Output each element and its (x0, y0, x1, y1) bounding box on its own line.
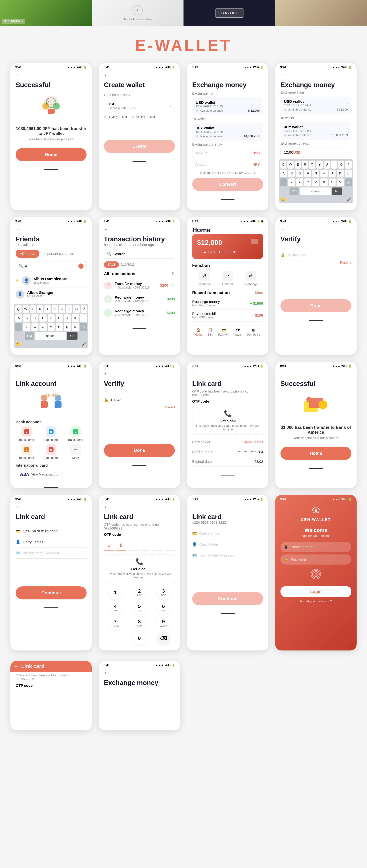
key-b[interactable]: B (320, 179, 328, 186)
fkey-i[interactable]: I (66, 305, 73, 313)
continue-button-blank[interactable]: Continue (192, 592, 263, 605)
bank-more[interactable]: ••• More (65, 444, 87, 460)
numpad-8[interactable]: 8 TUV (133, 616, 146, 630)
all-friends-tab[interactable]: All friends (16, 250, 39, 258)
key-g[interactable]: G (312, 169, 319, 178)
amount-input-jpy[interactable]: Amount JPY (192, 160, 263, 169)
phone-input[interactable]: 📱 Phone number (280, 542, 351, 552)
from-wallet-card[interactable]: USD wallet 1234 5678 9102 2449 › Availab… (192, 98, 263, 115)
key-c[interactable]: C (304, 179, 311, 186)
fkey-v[interactable]: V (48, 323, 55, 331)
done-button-1[interactable]: Done (280, 299, 351, 312)
key-s[interactable]: S (288, 169, 295, 178)
resend-link-1[interactable]: Resend (280, 261, 351, 265)
fkey-j[interactable]: J (64, 314, 71, 322)
key-w[interactable]: W (287, 161, 294, 168)
sale-badge[interactable]: SALE (104, 261, 119, 268)
fingerprint-icon[interactable] (280, 568, 351, 583)
bank-4[interactable]: B Bank name (16, 444, 37, 460)
verify-code-row-2[interactable]: 🔒 F1243 (104, 395, 175, 405)
key-123[interactable]: 123 (289, 187, 299, 195)
recharge-func[interactable]: ↺ Recharge (198, 271, 211, 286)
bank-1[interactable]: B Bank name (16, 426, 37, 442)
verify-code-row[interactable]: 🔒 Vertify code (280, 250, 351, 261)
key-k[interactable]: K (337, 169, 343, 178)
fkey-h[interactable]: H (56, 314, 62, 322)
numpad-1[interactable]: 1 (108, 586, 122, 599)
key-e[interactable]: E (295, 161, 301, 168)
key-t[interactable]: T (309, 161, 315, 168)
emoji-icon[interactable]: 🙂 (281, 197, 285, 202)
numpad-0[interactable]: 0 (133, 631, 146, 645)
key-space[interactable]: space (300, 187, 331, 195)
fkey-go[interactable]: Go (67, 332, 78, 340)
important-tab[interactable]: Important customer (39, 250, 78, 258)
key-m[interactable]: M (337, 179, 343, 186)
back-arrow-1[interactable]: ← (16, 72, 21, 78)
exchange-func[interactable]: ⇄ Exchange (244, 271, 258, 286)
key-p[interactable]: P (345, 161, 352, 168)
tx-search[interactable]: 🔍 Search (104, 250, 175, 259)
back-arrow-11[interactable]: ← (192, 371, 197, 376)
back-arrow-8[interactable]: ← (280, 226, 285, 232)
transfer-func[interactable]: ↗ Transfer (222, 271, 233, 286)
numpad-3[interactable]: 3 DEF (157, 586, 170, 599)
logout-button[interactable]: LOG OUT (215, 8, 243, 18)
amount-input-filled[interactable]: 12,00 USD (280, 148, 351, 157)
login-button[interactable]: Login (280, 586, 351, 597)
to-wallet-card-2[interactable]: JPY wallet 1234 5678 9102 2449 › Availab… (280, 122, 351, 140)
card-num-row-f[interactable]: 💳 1234 5678 9101 3333 (16, 526, 87, 537)
fkey-n[interactable]: N (64, 323, 71, 331)
fkey-l[interactable]: L (80, 314, 87, 322)
key-d[interactable]: D (296, 169, 303, 178)
delete-icon[interactable]: 🗑 (171, 272, 175, 276)
bank-5[interactable]: B Bank name (40, 444, 62, 460)
fkey-k[interactable]: K (72, 314, 79, 322)
fkey-q[interactable]: Q (15, 305, 22, 313)
key-o[interactable]: O (338, 161, 344, 168)
back-arrow-bp2[interactable]: ← (104, 670, 109, 676)
fkey-t[interactable]: T (44, 305, 51, 313)
home-button-1[interactable]: Home (16, 148, 87, 161)
key-shift[interactable]: ↑ (280, 179, 287, 186)
fkey-s[interactable]: S (23, 314, 30, 322)
tx-delete-1[interactable]: 🗑 (171, 283, 175, 288)
numpad-backspace[interactable]: ⌫ (157, 631, 170, 645)
emoji-icon-friends[interactable]: 🙂 (16, 342, 21, 346)
otp-box-2[interactable]: 8 (116, 540, 126, 551)
otp-box-3[interactable] (128, 540, 138, 551)
nav-bills[interactable]: 📋 Bills (208, 328, 213, 336)
create-button[interactable]: Create (104, 140, 175, 153)
done-button-2[interactable]: Done (104, 444, 175, 457)
key-h[interactable]: H (320, 169, 328, 178)
fkey-m[interactable]: M (72, 323, 79, 331)
nav-home[interactable]: 🏠 Home (195, 328, 202, 336)
fkey-d[interactable]: D (31, 314, 38, 322)
visa-card[interactable]: VISA Visa/ Mastercard/... (16, 470, 62, 479)
back-arrow-lc[interactable]: ← (14, 663, 19, 669)
mic-icon[interactable]: 🎤 (346, 197, 351, 202)
password-input[interactable]: 🔒 Password (280, 555, 351, 564)
otp-box-5[interactable] (152, 540, 163, 551)
otp-box-1[interactable]: 1 (104, 540, 114, 551)
fkey-f[interactable]: F (39, 314, 47, 322)
fkey-backspace[interactable]: ⌫ (80, 323, 87, 331)
key-l[interactable]: L (345, 169, 352, 178)
fkey-y[interactable]: Y (52, 305, 58, 313)
fkey-g[interactable]: G (48, 314, 55, 322)
card-num-blank[interactable]: 💳 Card number (192, 528, 263, 539)
fkey-w[interactable]: W (23, 305, 29, 313)
more-link[interactable]: More (255, 291, 263, 295)
bank-2[interactable]: B Bank name (40, 426, 62, 442)
key-r[interactable]: R (302, 161, 308, 168)
nav-payment[interactable]: 💳 Payment (218, 328, 229, 336)
key-q[interactable]: Q (280, 161, 286, 168)
card-holder-blank[interactable]: 👤 Card holder (192, 539, 263, 550)
key-n[interactable]: N (329, 179, 336, 186)
resend-link-2[interactable]: Resend (104, 405, 175, 409)
fkey-e[interactable]: E (30, 305, 36, 313)
fkey-shift[interactable]: ↑ (15, 323, 22, 331)
key-f[interactable]: F (304, 169, 311, 178)
back-arrow-13[interactable]: ← (16, 504, 21, 510)
numpad-2[interactable]: 2 ABC (133, 586, 146, 599)
